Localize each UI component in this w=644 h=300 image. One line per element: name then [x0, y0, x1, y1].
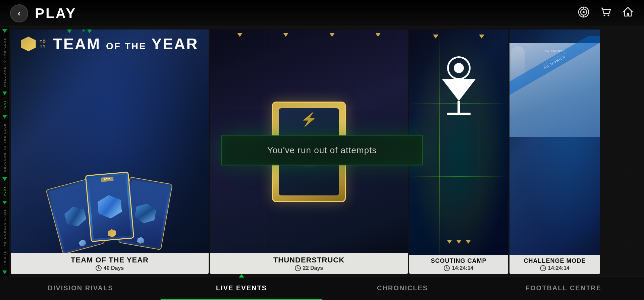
back-button[interactable]: ‹ [10, 4, 28, 22]
top-arrow-1 [67, 29, 72, 33]
scouting-timer: 14:24:14 [413, 265, 505, 271]
deco-arrow-5 [2, 201, 7, 204]
scouting-trophy-visual [435, 56, 482, 117]
back-icon: ‹ [18, 9, 20, 18]
home-icon[interactable] [622, 6, 634, 21]
thunder-tri-1 [237, 33, 243, 37]
sidebar-label-1: WELCOME TO THE CLUB [3, 38, 6, 87]
svg-point-2 [583, 11, 585, 13]
attempts-popup: You've run out of attempts [221, 135, 423, 165]
deco-arrow-1 [2, 29, 7, 33]
scouting-title: SCOUTING CAMP [413, 257, 505, 264]
scouting-tri-2 [479, 35, 484, 39]
chronicles-label: CHRONICLES [377, 284, 428, 292]
toty-title: TEAM OF THE YEAR [14, 256, 205, 264]
thunder-tri-3 [329, 33, 335, 37]
scouting-tri-1 [433, 35, 438, 39]
deco-arrow-3 [2, 115, 7, 119]
sidebar-label-3: THIS IS THE WORLDS GAME [3, 209, 6, 266]
toty-logo-area: TÖTY TEAM OF THE YEAR [11, 36, 209, 52]
scouting-clock-icon [444, 265, 450, 271]
challenge-clock-icon [540, 265, 546, 271]
football-centre-label: FOOTBALL CENTRE [526, 284, 601, 292]
scouting-bottom-arrows [409, 240, 508, 244]
scouting-bottom-tri-2 [456, 240, 462, 244]
thunder-arrows-top [210, 33, 408, 37]
challenge-timer-value: 14:24:14 [548, 265, 570, 271]
thunderstruck-title: THUNDERSTRUCK [213, 256, 405, 264]
header: ‹ PLAY [0, 0, 644, 27]
division-rivals-label: DIVISION RIVALS [48, 284, 113, 292]
header-icons [578, 6, 634, 21]
thunder-tri-2 [283, 33, 288, 37]
top-deco-arrows [67, 29, 92, 33]
challenge-visual-area: EA SPORTS FC MOBILE FC MOBILE [509, 36, 600, 244]
nav-division-rivals[interactable]: DIVISION RIVALS [0, 277, 161, 300]
nav-football-centre[interactable]: FOOTBALL CENTRE [483, 277, 644, 300]
live-events-label: LIVE EVENTS [216, 284, 267, 292]
deco-arrow-6 [2, 271, 7, 274]
svg-point-5 [604, 14, 605, 16]
cart-icon[interactable] [600, 6, 612, 21]
scouting-trophy [435, 56, 482, 117]
page-title: PLAY [35, 5, 76, 21]
challenge-timer: 14:24:14 [513, 265, 597, 271]
trophy-stem [458, 101, 460, 113]
toty-cards-visual: TOTY [29, 133, 190, 240]
thunderstruck-timer-value: 22 Days [303, 265, 323, 271]
nav-chronicles[interactable]: CHRONICLES [322, 277, 483, 300]
thunderstruck-card-bottom: THUNDERSTRUCK 22 Days [210, 253, 408, 274]
svg-point-6 [608, 14, 609, 16]
card-toty[interactable]: TÖTY TEAM OF THE YEAR TOTY [11, 29, 209, 274]
scouting-bottom-tri-1 [447, 240, 452, 244]
trophy-circle [447, 56, 471, 80]
sidebar-label-play-1: PLAY [3, 100, 6, 110]
scouting-timer-value: 14:24:14 [452, 265, 473, 271]
toty-headline-main: TEAM OF THE YEAR [53, 36, 199, 52]
card-scouting[interactable]: SCOUTING CAMP 14:24:14 [409, 29, 508, 274]
deco-arrow-4 [2, 177, 7, 181]
toty-logo-icon [21, 37, 36, 51]
left-sidebar: WELCOME TO THE CLUB PLAY WELCOME TO THE … [0, 27, 9, 277]
scouting-tri-indicators [409, 35, 508, 39]
toty-clock-icon [96, 265, 102, 271]
challenge-card-bottom: CHALLENGE MODE 14:24:14 [509, 255, 600, 274]
toty-card-center: TOTY [85, 172, 135, 242]
trophy-v-shape [442, 79, 476, 101]
card-challenge[interactable]: EA SPORTS FC MOBILE FC MOBILE CHALLENGE … [509, 29, 600, 274]
sidebar-label-play-2: PLAY [3, 186, 6, 196]
top-arrow-2 [82, 29, 85, 32]
toty-timer: 40 Days [14, 265, 205, 271]
toty-card-bottom: TEAM OF THE YEAR 40 Days [11, 253, 209, 274]
thunder-tri-4 [375, 33, 381, 37]
nav-live-events[interactable]: LIVE EVENTS [161, 277, 322, 300]
toty-timer-value: 40 Days [104, 265, 124, 271]
deco-arrow-2 [2, 92, 7, 95]
trophy-base [447, 113, 471, 115]
scouting-bottom-tri-3 [466, 240, 471, 244]
toty-sub-logo: TÖTY [40, 39, 46, 49]
challenge-title: CHALLENGE MODE [513, 257, 597, 264]
lightning-bolt-icon: ⚡ [301, 112, 317, 127]
top-arrow-3 [87, 29, 92, 33]
scouting-card-bottom: SCOUTING CAMP 14:24:14 [409, 255, 508, 274]
sidebar-label-2: WELCOME TO THE CLUB [3, 123, 6, 173]
bottom-nav: DIVISION RIVALS LIVE EVENTS CHRONICLES F… [0, 277, 644, 300]
thunderstruck-clock-icon [295, 265, 301, 271]
thunderstruck-timer: 22 Days [213, 265, 405, 271]
attempts-message: You've run out of attempts [242, 145, 402, 155]
target-icon[interactable] [578, 6, 590, 21]
